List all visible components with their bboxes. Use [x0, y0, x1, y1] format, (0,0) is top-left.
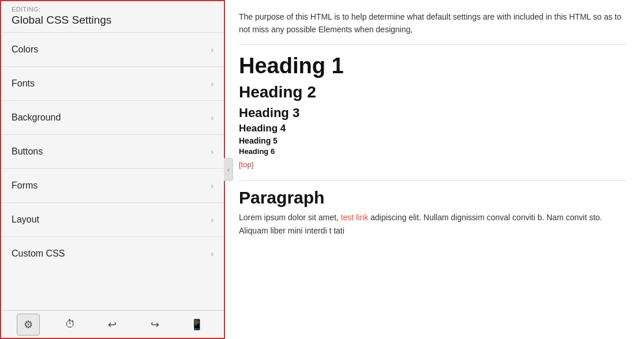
- collapse-button[interactable]: ‹: [224, 158, 233, 181]
- menu-item-fonts[interactable]: Fonts›: [1, 66, 224, 100]
- menu-label: Background: [12, 112, 61, 123]
- paragraph-text: Lorem ipsum dolor sit amet, test link ad…: [239, 211, 627, 237]
- chevron-right-icon: ›: [211, 113, 214, 122]
- chevron-right-icon: ›: [211, 79, 214, 88]
- editing-label: EDITING:: [1, 1, 224, 13]
- menu-label: Fonts: [12, 78, 35, 89]
- intro-text: The purpose of this HTML is to help dete…: [239, 10, 627, 45]
- headings-section: Heading 1 Heading 2 Heading 3 Heading 4 …: [239, 53, 627, 175]
- menu-item-layout[interactable]: Layout›: [1, 202, 224, 236]
- menu-label: Colors: [12, 44, 38, 55]
- undo-icon: ↩: [108, 318, 117, 331]
- history-icon: ⏱: [65, 318, 76, 330]
- heading-6: Heading 6: [239, 147, 627, 156]
- panel-title: Global CSS Settings: [1, 13, 224, 32]
- undo-button[interactable]: ↩: [101, 314, 124, 336]
- menu-label: Buttons: [12, 146, 43, 157]
- left-panel: EDITING: Global CSS Settings Colors›Font…: [0, 0, 225, 339]
- redo-button[interactable]: ↪: [143, 314, 166, 336]
- divider: [239, 180, 627, 181]
- chevron-right-icon: ›: [211, 215, 214, 224]
- heading-1: Heading 1: [239, 53, 627, 80]
- menu-item-colors[interactable]: Colors›: [1, 32, 224, 66]
- heading-2: Heading 2: [239, 82, 627, 102]
- menu-item-background[interactable]: Background›: [1, 100, 224, 134]
- mobile-icon: 📱: [190, 318, 203, 331]
- menu-label: Custom CSS: [12, 248, 65, 259]
- mobile-preview-button[interactable]: 📱: [185, 314, 208, 336]
- menu-item-buttons[interactable]: Buttons›: [1, 134, 224, 168]
- heading-4: Heading 4: [239, 123, 627, 134]
- history-button[interactable]: ⏱: [59, 314, 82, 336]
- menu-label: Layout: [12, 214, 39, 225]
- para-text-before: Lorem ipsum dolor sit amet,: [239, 213, 341, 222]
- chevron-right-icon: ›: [211, 181, 214, 190]
- settings-button[interactable]: ⚙: [17, 314, 40, 336]
- bottom-toolbar: ⚙ ⏱ ↩ ↪ 📱: [1, 310, 224, 338]
- test-link[interactable]: test link: [341, 213, 368, 222]
- redo-icon: ↪: [151, 318, 159, 331]
- menu-items: Colors›Fonts›Background›Buttons›Forms›La…: [1, 32, 224, 310]
- menu-item-forms[interactable]: Forms›: [1, 168, 224, 202]
- heading-3: Heading 3: [239, 106, 627, 120]
- menu-label: Forms: [12, 180, 38, 191]
- top-link[interactable]: [top]: [239, 160, 253, 169]
- chevron-right-icon: ›: [211, 45, 214, 54]
- right-content: The purpose of this HTML is to help dete…: [225, 0, 644, 339]
- menu-item-custom-css[interactable]: Custom CSS›: [1, 236, 224, 270]
- settings-icon: ⚙: [24, 318, 33, 331]
- heading-5: Heading 5: [239, 136, 627, 145]
- chevron-right-icon: ›: [211, 147, 214, 156]
- paragraph-heading: Paragraph: [239, 188, 627, 208]
- chevron-left-icon: ‹: [227, 166, 230, 173]
- chevron-right-icon: ›: [211, 249, 214, 258]
